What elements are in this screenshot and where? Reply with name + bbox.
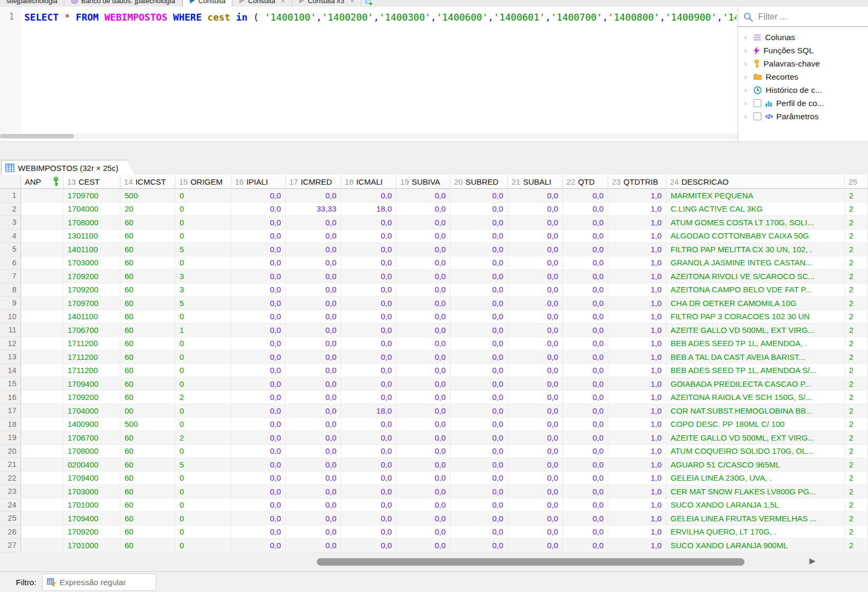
grid-cell[interactable]: 2 xyxy=(845,243,868,256)
grid-cell[interactable]: GELEIA LINEA 230G, UVA, . xyxy=(666,472,845,485)
grid-cell[interactable]: 0,0 xyxy=(341,377,397,391)
grid-cell[interactable]: 2 xyxy=(845,539,868,552)
grid-cell[interactable]: 0,0 xyxy=(397,230,450,243)
grid-cell[interactable] xyxy=(21,337,63,351)
grid-cell[interactable]: 0,0 xyxy=(286,216,341,230)
grid-cell[interactable]: 0,0 xyxy=(286,391,341,405)
grid-cell[interactable]: 1,0 xyxy=(608,485,666,499)
row-number[interactable]: 16 xyxy=(0,391,21,405)
grid-cell[interactable]: 0,0 xyxy=(508,526,563,539)
grid-cell[interactable]: 0,0 xyxy=(563,485,608,499)
grid-cell[interactable]: 0,0 xyxy=(508,458,563,472)
grid-cell[interactable]: 0,0 xyxy=(341,364,397,378)
grid-cell[interactable]: 0,0 xyxy=(563,404,608,418)
grid-cell[interactable] xyxy=(21,243,63,256)
grid-cell[interactable]: 0,0 xyxy=(341,431,397,445)
grid-cell[interactable]: 60 xyxy=(120,297,175,310)
editor-tab-consulta[interactable]: Consulta xyxy=(182,0,232,7)
grid-cell[interactable]: AZEITONA RIVOLI VE S/CAROCO SC... xyxy=(666,270,845,283)
grid-cell[interactable]: 0,0 xyxy=(341,472,397,485)
grid-cell[interactable]: 0,0 xyxy=(563,431,608,445)
row-number[interactable]: 9 xyxy=(0,297,21,310)
grid-cell[interactable]: 0 xyxy=(175,310,231,324)
grid-cell[interactable]: 1,0 xyxy=(608,216,666,230)
grid-cell[interactable]: 5 xyxy=(175,243,231,256)
grid-cell[interactable]: 0,0 xyxy=(397,377,450,391)
grid-cell[interactable]: 0,0 xyxy=(450,243,508,256)
grid-cell[interactable]: 0,0 xyxy=(508,270,563,283)
grid-cell[interactable]: 60 xyxy=(120,526,175,539)
grid-cell[interactable]: 2 xyxy=(845,512,868,526)
grid-cell[interactable]: 0,0 xyxy=(341,418,397,432)
grid-cell[interactable]: 1,0 xyxy=(608,203,666,216)
grid-cell[interactable]: 0,0 xyxy=(450,283,508,297)
grid-cell[interactable]: 0,0 xyxy=(508,539,563,552)
grid-cell[interactable]: 2 xyxy=(845,323,868,337)
scrollbar-right-arrow-icon[interactable]: ▶ xyxy=(809,556,816,566)
grid-cell[interactable]: 0,0 xyxy=(508,512,563,526)
grid-cell[interactable]: 0,0 xyxy=(341,323,397,337)
grid-cell[interactable]: 0,0 xyxy=(397,350,450,364)
grid-cell[interactable]: 0,0 xyxy=(286,404,341,418)
chevron-right-icon[interactable]: › xyxy=(744,60,750,68)
grid-cell[interactable]: 0,0 xyxy=(231,445,286,459)
grid-cell[interactable] xyxy=(21,418,63,432)
grid-cell[interactable]: 3 xyxy=(175,283,231,297)
grid-cell[interactable] xyxy=(21,230,63,243)
grid-cell[interactable]: 0,0 xyxy=(508,364,563,378)
grid-cell[interactable]: 60 xyxy=(120,337,175,351)
grid-cell[interactable]: 0,0 xyxy=(231,404,286,418)
grid-cell[interactable]: 0,0 xyxy=(563,310,608,324)
grid-cell[interactable]: 0 xyxy=(175,472,231,485)
grid-cell[interactable]: 0,0 xyxy=(508,256,563,270)
chevron-right-icon[interactable]: › xyxy=(744,99,750,107)
grid-cell[interactable]: 1,0 xyxy=(608,539,666,552)
column-header-col25[interactable]: 25 xyxy=(845,175,868,188)
grid-cell[interactable]: 0,0 xyxy=(286,283,341,297)
grid-cell[interactable]: 0,0 xyxy=(450,337,508,351)
grid-cell[interactable]: 0,0 xyxy=(450,485,508,499)
row-number[interactable]: 20 xyxy=(0,445,21,459)
grid-cell[interactable]: 20 xyxy=(120,203,175,216)
grid-cell[interactable]: 0 xyxy=(175,445,231,459)
grid-cell[interactable]: 0,0 xyxy=(450,323,508,337)
column-header-qtd[interactable]: 22QTD xyxy=(563,175,608,188)
grid-cell[interactable]: GELEIA LINEA FRUTAS VERMELHAS ... xyxy=(666,512,845,526)
grid-cell[interactable]: COPO DESC. PP 180ML C/ 100 xyxy=(666,418,845,432)
grid-cell[interactable]: 0,0 xyxy=(286,499,341,512)
row-number[interactable]: 21 xyxy=(0,458,21,472)
grid-cell[interactable]: 60 xyxy=(120,256,175,270)
grid-cell[interactable]: 60 xyxy=(120,377,175,391)
row-number[interactable]: 18 xyxy=(0,418,21,432)
grid-cell[interactable]: 0,0 xyxy=(563,472,608,485)
grid-cell[interactable] xyxy=(21,323,63,337)
grid-cell[interactable]: 2 xyxy=(845,189,868,203)
grid-cell[interactable]: 60 xyxy=(120,445,175,459)
grid-cell[interactable]: 1709400 xyxy=(63,377,120,391)
grid-cell[interactable]: 0,0 xyxy=(341,499,397,512)
grid-cell[interactable]: 1,0 xyxy=(608,256,666,270)
grid-cell[interactable]: 0,0 xyxy=(508,499,563,512)
grid-cell[interactable]: AZEITONA RAIOLA VE SCH 150G, S/... xyxy=(666,391,845,405)
grid-cell[interactable]: 0,0 xyxy=(450,472,508,485)
grid-cell[interactable]: 0,0 xyxy=(450,391,508,405)
grid-cell[interactable]: 0,0 xyxy=(231,458,286,472)
grid-cell[interactable]: 1,0 xyxy=(608,230,666,243)
grid-cell[interactable]: 1709200 xyxy=(63,526,120,539)
grid-cell[interactable]: 1,0 xyxy=(608,391,666,405)
grid-cell[interactable]: 0 xyxy=(175,512,231,526)
checkbox[interactable] xyxy=(753,99,761,107)
grid-cell[interactable]: 0,0 xyxy=(231,377,286,391)
chevron-right-icon[interactable]: › xyxy=(744,46,750,54)
row-number[interactable]: 19 xyxy=(0,431,21,445)
grid-cell[interactable]: 0,0 xyxy=(397,297,450,310)
grid-cell[interactable]: 0,0 xyxy=(397,499,450,512)
grid-cell[interactable]: 0,0 xyxy=(450,512,508,526)
grid-cell[interactable]: 0,0 xyxy=(286,297,341,310)
panel-item-colunas[interactable]: ›Colunas xyxy=(738,31,868,44)
grid-cell[interactable]: 0,0 xyxy=(508,337,563,351)
grid-cell[interactable]: 0,0 xyxy=(341,458,397,472)
grid-cell[interactable]: 0,0 xyxy=(450,377,508,391)
row-number[interactable]: 4 xyxy=(0,230,21,243)
grid-cell[interactable]: 60 xyxy=(120,485,175,499)
